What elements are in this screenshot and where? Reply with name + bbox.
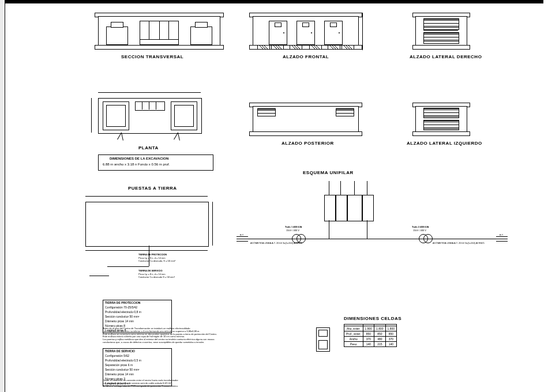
planta [98,98,201,141]
lbl-esquema: ESQUEMA UNIFILAR [303,170,354,175]
lbl-dim-celdas: DIMENSIONES CELDAS [344,316,401,321]
alzado-lateral-derecho [415,13,466,50]
lbl-alzado-frontal: ALZADO FRONTAL [283,54,329,59]
title-bar-black [3,0,543,3]
bt-left: B.T. [240,234,244,237]
puestas-t2-l2: Conductor Ca desnudo S = 50 mm² [138,276,175,279]
lbl-alzado-lat-der: ALZADO LATERAL DERECHO [410,54,482,59]
linea-left: ACOMETIDA LINEA A.T. 20 kV 3x(1x150) Al … [250,242,302,245]
trafo2b: 15kV / 400 V [413,229,426,232]
drawing-sheet: SECCION TRANSVERSAL ALZADO FRONTAL [0,0,548,392]
alzado-frontal [253,13,358,50]
puestas-plan [85,202,208,246]
celda-icon-top [318,330,328,337]
trafo1b: 15kV / 400 V [286,229,299,232]
alzado-posterior [253,103,358,136]
celda-icon-bot [318,340,328,349]
alzado-lateral-izquierdo [415,103,466,136]
excavacion-title: DIMENSIONES DE LA EXCAVACION [110,157,168,161]
excavacion-value: 6.88 m ancho x 3.18 n Fondo x 0.56 m pro… [103,163,170,167]
paragraph1: Antes de el piso del Centro de Transform… [103,327,281,344]
esquema-unifilar: B.T. B.T. Trafo 1 400 kVA 15kV / 400 V T… [237,179,508,259]
puestas-t1-l2: Conductor Ca desnudo, S = 50 mm² [138,260,175,263]
lbl-alzado-lat-izq: ALZADO LATERAL IZQUIERDO [407,141,482,146]
lbl-puestas: PUESTAS A TIERRA [128,186,177,191]
lbl-alzado-posterior: ALZADO POSTERIOR [281,141,334,146]
celdas-table: Alto, exter.1.8001.8001.800 Prof., exter… [344,324,397,347]
paragraph2: Desde el conductor de conexión entre el … [103,379,281,387]
lbl-seccion: SECCION TRANSVERSAL [121,54,183,59]
linea-right: ACOMETIDA LINEA A.T. 20 kV 3x(1x150) Al … [433,242,485,245]
seccion-transversal [98,13,219,50]
left-margin [0,0,5,392]
lbl-planta: PLANTA [138,145,159,150]
bt-right: B.T. [500,234,504,237]
